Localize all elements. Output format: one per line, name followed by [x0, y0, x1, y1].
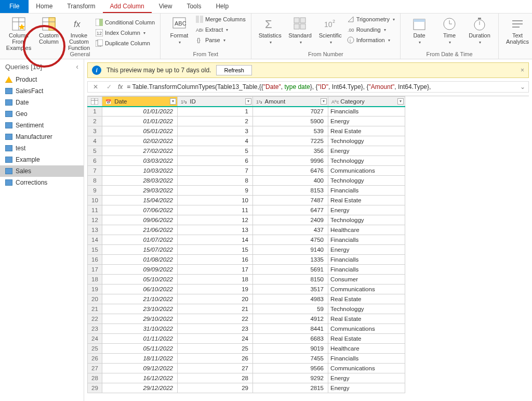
query-item[interactable]: Sales: [0, 165, 84, 177]
column-header-category[interactable]: Aᴮc Category▾: [328, 97, 405, 107]
table-row[interactable]: 2123/10/20222159Technologgy: [88, 304, 405, 314]
table-row[interactable]: 2709/12/2022279566Communications: [88, 364, 405, 373]
standard-button[interactable]: Standard▾: [286, 15, 315, 45]
rounding-button[interactable]: .00Rounding▾: [346, 25, 396, 34]
cell-amount[interactable]: 9019: [253, 344, 328, 354]
cell-amount[interactable]: 5691: [253, 265, 328, 275]
table-row[interactable]: 1515/07/2022159140Energy: [88, 245, 405, 255]
cell-date[interactable]: 01/11/2022: [102, 334, 178, 344]
row-header[interactable]: 3: [88, 126, 102, 136]
cell-amount[interactable]: 8150: [253, 275, 328, 284]
row-header[interactable]: 20: [88, 294, 102, 304]
cell-id[interactable]: 15: [178, 245, 253, 255]
table-row[interactable]: 1709/09/2022175691Financialls: [88, 265, 405, 275]
table-row[interactable]: 1906/10/2022193517Communications: [88, 284, 405, 294]
query-item[interactable]: Date: [0, 97, 84, 108]
cell-date[interactable]: 27/02/2022: [102, 146, 178, 156]
row-header[interactable]: 25: [88, 344, 102, 354]
cell-date[interactable]: 29/12/2022: [102, 383, 178, 393]
date-button[interactable]: Date▾: [405, 15, 434, 45]
cell-id[interactable]: 18: [178, 275, 253, 284]
table-row[interactable]: 1321/06/202213437Healthcare: [88, 225, 405, 235]
cell-amount[interactable]: 9292: [253, 373, 328, 383]
cell-amount[interactable]: 4912: [253, 314, 328, 324]
table-row[interactable]: 305/01/20223539Real Estate: [88, 126, 405, 136]
format-button[interactable]: ABC Format▾: [165, 15, 194, 45]
commit-formula-icon[interactable]: ✓: [104, 83, 114, 90]
row-header[interactable]: 18: [88, 275, 102, 284]
cell-id[interactable]: 9: [178, 186, 253, 196]
cell-amount[interactable]: 3517: [253, 284, 328, 294]
formula-text[interactable]: = Table.TransformColumnTypes(Table13_Tab…: [127, 83, 516, 90]
cell-id[interactable]: 27: [178, 364, 253, 373]
cell-amount[interactable]: 4750: [253, 235, 328, 245]
fx-icon[interactable]: fx: [118, 83, 123, 90]
cell-id[interactable]: 26: [178, 354, 253, 364]
cell-amount[interactable]: 7487: [253, 196, 328, 205]
tab-tools[interactable]: Tools: [179, 0, 208, 13]
filter-dropdown-icon[interactable]: ▾: [170, 98, 176, 105]
cell-date[interactable]: 09/06/2022: [102, 215, 178, 225]
cell-amount[interactable]: 2815: [253, 383, 328, 393]
row-header[interactable]: 27: [88, 364, 102, 373]
cell-category[interactable]: Real Estate: [328, 294, 405, 304]
query-item[interactable]: Corrections: [0, 177, 84, 188]
cell-category[interactable]: Real Estate: [328, 314, 405, 324]
refresh-preview-button[interactable]: Refresh: [216, 65, 252, 75]
cell-category[interactable]: Communications: [328, 166, 405, 176]
cell-date[interactable]: 29/10/2022: [102, 314, 178, 324]
cell-category[interactable]: Energy: [328, 383, 405, 393]
cell-amount[interactable]: 7455: [253, 354, 328, 364]
cell-category[interactable]: Consumer: [328, 275, 405, 284]
query-item[interactable]: Geo: [0, 108, 84, 120]
statistics-button[interactable]: ΣStatistics▾: [256, 15, 285, 45]
query-item[interactable]: test: [0, 143, 84, 154]
table-row[interactable]: 1805/10/2022188150Consumer: [88, 275, 405, 284]
cell-date[interactable]: 31/10/2022: [102, 324, 178, 334]
corner-cell[interactable]: [88, 97, 102, 107]
row-header[interactable]: 21: [88, 304, 102, 314]
cell-category[interactable]: Financialls: [328, 186, 405, 196]
cell-id[interactable]: 22: [178, 314, 253, 324]
cell-date[interactable]: 29/03/2022: [102, 186, 178, 196]
cell-amount[interactable]: 6477: [253, 205, 328, 215]
cell-category[interactable]: Communications: [328, 284, 405, 294]
cell-category[interactable]: Financialls: [328, 235, 405, 245]
query-item[interactable]: Product: [0, 74, 84, 85]
cell-id[interactable]: 11: [178, 205, 253, 215]
cell-category[interactable]: Energy: [328, 146, 405, 156]
collapse-pane-icon[interactable]: ‹: [76, 62, 78, 71]
cell-id[interactable]: 10: [178, 196, 253, 205]
cell-amount[interactable]: 6476: [253, 166, 328, 176]
tab-help[interactable]: Help: [208, 0, 236, 13]
row-header[interactable]: 1: [88, 107, 102, 117]
row-header[interactable]: 16: [88, 255, 102, 265]
row-header[interactable]: 2: [88, 117, 102, 126]
expand-formula-icon[interactable]: ⌄: [520, 83, 525, 90]
cell-amount[interactable]: 7027: [253, 107, 328, 117]
cell-id[interactable]: 1: [178, 107, 253, 117]
cell-id[interactable]: 4: [178, 136, 253, 146]
cell-amount[interactable]: 9566: [253, 364, 328, 373]
cell-category[interactable]: Communications: [328, 324, 405, 334]
cell-date[interactable]: 01/07/2022: [102, 235, 178, 245]
cell-id[interactable]: 28: [178, 373, 253, 383]
cell-date[interactable]: 28/03/2022: [102, 176, 178, 186]
table-row[interactable]: 929/03/202298153Financialls: [88, 186, 405, 196]
table-row[interactable]: 603/03/202269996Technologgy: [88, 156, 405, 166]
table-row[interactable]: 1107/06/2022116477Energy: [88, 205, 405, 215]
query-item[interactable]: Sentiment: [0, 120, 84, 131]
trigonometry-button[interactable]: Trigonometry▾: [346, 15, 396, 24]
row-header[interactable]: 13: [88, 225, 102, 235]
cell-date[interactable]: 01/01/2022: [102, 117, 178, 126]
cell-category[interactable]: Technologgy: [328, 176, 405, 186]
table-row[interactable]: 2618/11/2022267455Financialls: [88, 354, 405, 364]
cell-id[interactable]: 14: [178, 235, 253, 245]
cell-amount[interactable]: 7225: [253, 136, 328, 146]
cell-id[interactable]: 29: [178, 383, 253, 393]
row-header[interactable]: 12: [88, 215, 102, 225]
column-header-date[interactable]: 📅 Date▾: [102, 97, 178, 107]
cell-date[interactable]: 21/10/2022: [102, 294, 178, 304]
cell-category[interactable]: Financialls: [328, 354, 405, 364]
cell-category[interactable]: Healthcare: [328, 344, 405, 354]
